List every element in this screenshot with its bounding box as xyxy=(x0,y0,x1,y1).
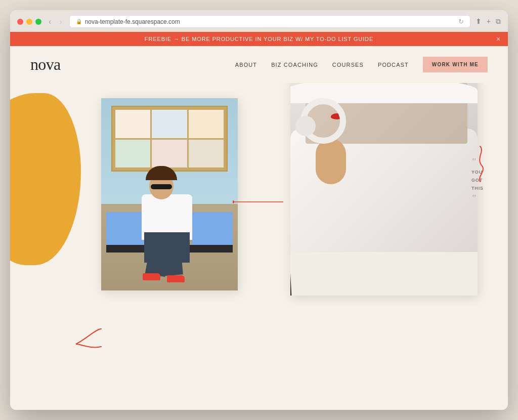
nav-link-podcast[interactable]: PODCAST xyxy=(378,62,409,68)
minimize-button[interactable] xyxy=(26,19,32,25)
reload-icon[interactable]: ↻ xyxy=(458,18,464,25)
new-tab-icon[interactable]: + xyxy=(487,17,491,26)
squiggle-left-decoration xyxy=(71,324,111,354)
address-bar[interactable]: 🔒 nova-template-fe.squarespace.com ↻ xyxy=(69,15,470,28)
announcement-banner: FREEBIE → BE MORE PRODUCTIVE IN YOUR BIZ… xyxy=(10,32,508,46)
url-text: nova-template-fe.squarespace.com xyxy=(85,18,180,25)
tabs-icon[interactable]: ⧉ xyxy=(496,17,501,26)
lock-icon: 🔒 xyxy=(76,19,82,24)
main-content: " YOU GOT THIS " xyxy=(10,83,508,410)
browser-actions: ⬆ + ⧉ xyxy=(476,17,501,26)
traffic-lights xyxy=(17,19,41,25)
squiggle-right-decoration xyxy=(467,144,493,184)
svg-point-1 xyxy=(233,200,234,203)
site-logo[interactable]: nova xyxy=(30,55,235,74)
site-navigation: nova ABOUT BIZ COACHING COURSES PODCAST … xyxy=(10,46,508,83)
close-button[interactable] xyxy=(17,19,23,25)
nav-link-courses[interactable]: COURSES xyxy=(332,62,364,68)
website: FREEBIE → BE MORE PRODUCTIVE IN YOUR BIZ… xyxy=(10,32,508,410)
nav-back-icon[interactable]: ‹ xyxy=(47,16,53,27)
browser-nav: ‹ › xyxy=(47,16,64,27)
nav-link-about[interactable]: ABOUT xyxy=(235,62,257,68)
browser-window: ‹ › 🔒 nova-template-fe.squarespace.com ↻… xyxy=(10,10,508,410)
red-connector-line xyxy=(233,197,283,207)
nav-links: ABOUT BIZ COACHING COURSES PODCAST WORK … xyxy=(235,57,488,72)
banner-close-button[interactable]: × xyxy=(496,35,501,43)
banner-text: FREEBIE → BE MORE PRODUCTIVE IN YOUR BIZ… xyxy=(145,36,373,42)
nav-forward-icon[interactable]: › xyxy=(57,16,64,27)
work-with-me-button[interactable]: WORK WITH ME xyxy=(423,57,488,72)
nav-link-biz-coaching[interactable]: BIZ COACHING xyxy=(271,62,318,68)
browser-chrome: ‹ › 🔒 nova-template-fe.squarespace.com ↻… xyxy=(10,10,508,32)
maximize-button[interactable] xyxy=(35,19,41,25)
share-icon[interactable]: ⬆ xyxy=(476,17,482,26)
quote-close-mark: " xyxy=(471,193,484,204)
quote-line-3: THIS xyxy=(471,184,484,192)
photo-woman-sitting xyxy=(101,98,238,290)
photo-woman-headphones xyxy=(290,83,478,296)
orange-blob-decoration xyxy=(10,93,81,265)
